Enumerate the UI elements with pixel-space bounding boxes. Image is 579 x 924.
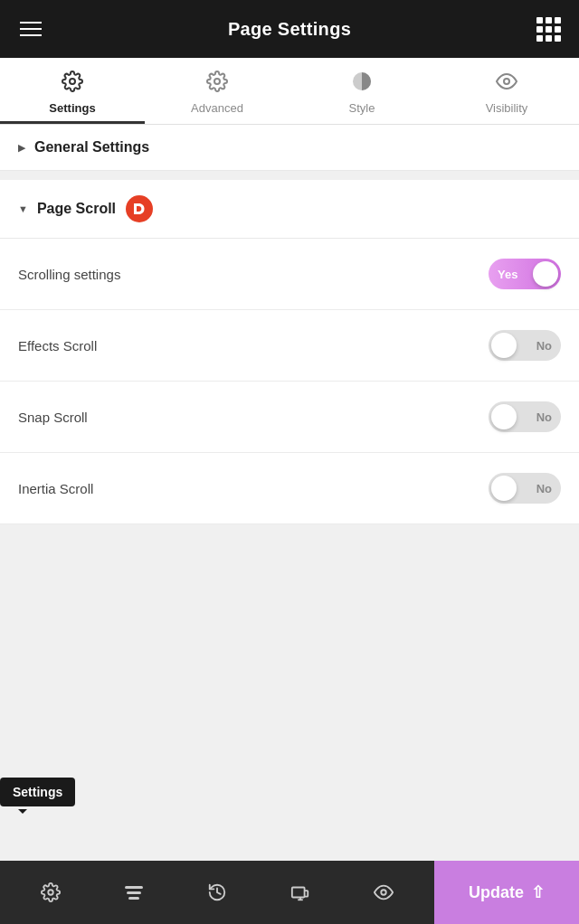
snap-scroll-label: Snap Scroll — [18, 410, 88, 425]
tab-style[interactable]: Style — [290, 58, 434, 124]
page-title: Page Settings — [228, 19, 351, 40]
divider-1 — [0, 171, 579, 180]
content-area: ▶ General Settings ▼ Page Scroll Scrolli… — [0, 125, 579, 524]
page-scroll-section: ▼ Page Scroll Scrolling settings Yes Eff… — [0, 180, 579, 524]
divi-badge — [125, 194, 154, 223]
toolbar-settings-button[interactable] — [31, 872, 71, 912]
layers-icon — [125, 886, 143, 900]
header: Page Settings — [0, 0, 579, 58]
chevron-up-icon: ⇧ — [531, 882, 545, 902]
scrolling-settings-toggle-label: Yes — [498, 268, 517, 281]
svg-point-6 — [381, 890, 386, 895]
page-scroll-header[interactable]: ▼ Page Scroll — [0, 180, 579, 239]
effects-scroll-knob — [491, 333, 517, 358]
inertia-scroll-toggle[interactable]: No — [489, 473, 561, 504]
inertia-scroll-knob — [491, 476, 517, 501]
half-circle-icon — [351, 71, 373, 98]
settings-tooltip: Settings — [0, 778, 75, 806]
page-scroll-arrow: ▼ — [18, 203, 28, 214]
tab-visibility[interactable]: Visibility — [434, 58, 579, 124]
inertia-scroll-label: Inertia Scroll — [18, 481, 93, 496]
scrolling-settings-knob — [533, 261, 558, 287]
eye-icon — [496, 71, 517, 98]
toolbar-history-button[interactable] — [197, 872, 237, 912]
update-button[interactable]: Update ⇧ — [434, 861, 579, 924]
tab-bar: Settings Advanced Style Visibility — [0, 58, 579, 125]
page-scroll-title: Page Scroll — [37, 201, 116, 217]
general-settings-title: General Settings — [34, 139, 149, 156]
general-settings-header[interactable]: ▶ General Settings — [0, 125, 579, 171]
effects-scroll-label: Effects Scroll — [18, 338, 97, 354]
tab-advanced[interactable]: Advanced — [145, 58, 290, 124]
inertia-scroll-row: Inertia Scroll No — [0, 453, 579, 524]
grid-button[interactable] — [532, 13, 565, 45]
gear-advanced-icon — [206, 71, 228, 98]
menu-button[interactable] — [14, 13, 47, 45]
scrolling-settings-row: Scrolling settings Yes — [0, 239, 579, 310]
tab-settings-label: Settings — [49, 101, 95, 115]
toolbar-tools — [0, 861, 434, 924]
general-settings-arrow: ▶ — [18, 142, 25, 154]
scrolling-settings-toggle[interactable]: Yes — [489, 259, 561, 289]
gear-icon — [62, 71, 83, 98]
effects-scroll-toggle[interactable]: No — [489, 330, 561, 361]
inertia-scroll-toggle-label: No — [536, 482, 552, 495]
svg-rect-3 — [292, 888, 305, 898]
update-label: Update — [469, 883, 524, 902]
effects-scroll-row: Effects Scroll No — [0, 310, 579, 382]
toolbar-visibility-button[interactable] — [364, 872, 403, 912]
snap-scroll-row: Snap Scroll No — [0, 382, 579, 453]
snap-scroll-knob — [491, 404, 517, 429]
tab-style-label: Style — [349, 101, 375, 115]
effects-scroll-toggle-label: No — [536, 339, 552, 353]
tab-settings[interactable]: Settings — [0, 58, 145, 124]
tab-visibility-label: Visibility — [486, 101, 528, 115]
snap-scroll-toggle[interactable]: No — [489, 401, 561, 432]
scrolling-settings-label: Scrolling settings — [18, 267, 120, 282]
toolbar-layers-button[interactable] — [114, 872, 154, 912]
svg-point-1 — [504, 79, 509, 84]
snap-scroll-toggle-label: No — [536, 410, 552, 424]
tab-advanced-label: Advanced — [191, 101, 243, 115]
bottom-toolbar: Update ⇧ — [0, 861, 579, 924]
toolbar-responsive-button[interactable] — [280, 872, 320, 912]
